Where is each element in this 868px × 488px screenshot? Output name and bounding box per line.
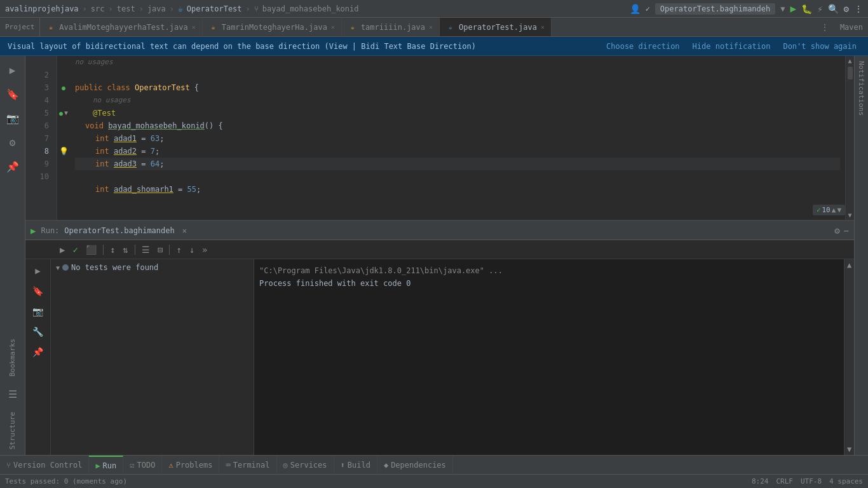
run-config-dropdown[interactable]: ▼ <box>780 4 785 13</box>
settings-button[interactable]: ⚙ <box>844 4 849 14</box>
tab-terminal[interactable]: ⌨ Terminal <box>219 456 276 474</box>
dont-show-again-button[interactable]: Don't show again <box>779 41 860 52</box>
tab-problems[interactable]: ⚠ Problems <box>162 456 219 474</box>
run-scroll-up-btn[interactable]: ▲ <box>846 259 853 271</box>
method-gutter-icon: ● ▼ <box>57 107 70 119</box>
problems-label: Problems <box>176 461 213 470</box>
run-minimize-icon[interactable]: − <box>844 226 849 236</box>
sidebar-settings-icon[interactable]: ⚙ <box>1 131 24 154</box>
maven-tab-button[interactable]: Maven <box>835 18 868 36</box>
tab-close-tamrin[interactable]: ✕ <box>331 24 335 30</box>
run-pin-icon[interactable]: 📌 <box>29 343 47 361</box>
debug-button[interactable]: 🐛 <box>801 4 812 14</box>
scroll-track[interactable] <box>846 65 854 210</box>
status-line-ending[interactable]: CRLF <box>776 477 793 485</box>
notifications-sidebar[interactable]: Notifications <box>854 56 868 455</box>
test-item-notfound[interactable]: ▼ No tests were found <box>53 262 251 273</box>
run-scroll-down-btn[interactable]: ▼ <box>846 444 853 455</box>
tab-java-icon3: ☕ <box>348 23 357 32</box>
status-position[interactable]: 8:24 <box>752 477 769 485</box>
tab-close-avalim[interactable]: ✕ <box>192 24 196 30</box>
hide-notification-button[interactable]: Hide notification <box>689 41 775 52</box>
status-tests-passed: Tests passed: 0 (moments ago) <box>5 477 127 485</box>
toolbar-up-icon[interactable]: ↑ <box>173 243 184 256</box>
scroll-expand-down[interactable]: ▼ <box>837 206 841 214</box>
notifications-label[interactable]: Notifications <box>857 61 865 116</box>
tab-version-control[interactable]: ⑂ Version Control <box>0 456 89 474</box>
run-expand-icon[interactable]: ▶ <box>29 262 47 280</box>
tab-close-operatortest[interactable]: ✕ <box>541 24 545 30</box>
project-name[interactable]: avalinprojehjava <box>5 4 79 13</box>
run-config-name[interactable]: OperatorTest.baghimandeh <box>655 3 775 15</box>
bulb-icon[interactable]: 💡 <box>57 145 70 158</box>
path-test[interactable]: test <box>117 4 135 13</box>
run-bookmark-icon[interactable]: 🔖 <box>29 282 47 300</box>
toolbar-rerun-icon[interactable]: ▶ <box>57 243 67 256</box>
run-settings-icon[interactable]: ⚙ <box>834 226 839 236</box>
toolbar-list-icon[interactable]: ☰ <box>139 243 153 256</box>
toolbar-more-icon[interactable]: » <box>200 243 210 256</box>
tab-avalim[interactable]: ☕ AvalimMoteghayyerhaTest.java ✕ <box>40 18 202 36</box>
tab-label3: tamriiiin.java <box>361 23 425 32</box>
terminal-icon: ⌨ <box>226 461 230 470</box>
more-button[interactable]: ⋮ <box>854 4 863 14</box>
encoding-text: UTF-8 <box>801 477 822 485</box>
scroll-up-button[interactable]: ▲ <box>846 56 854 65</box>
sidebar-camera-icon[interactable]: 📷 <box>1 107 24 130</box>
path-sep1: › <box>83 4 87 13</box>
run-camera-icon[interactable]: 📷 <box>29 302 47 320</box>
path-java[interactable]: java <box>147 4 166 13</box>
tab-services[interactable]: ◎ Services <box>277 456 334 474</box>
sidebar-bookmark-icon[interactable]: 🔖 <box>1 83 24 105</box>
scroll-thumb[interactable] <box>848 67 853 79</box>
status-indent[interactable]: 4 spaces <box>829 477 863 485</box>
tab-dependencies[interactable]: ◆ Dependencies <box>377 456 453 474</box>
sidebar-pin-icon[interactable]: 📌 <box>1 155 24 178</box>
path-sep2: › <box>109 4 113 13</box>
run-panel-scrollbar[interactable]: ▲ ▼ <box>844 259 854 455</box>
run-body: ▶ 🔖 📷 🔧 📌 ▼ No tests were found <box>25 259 854 455</box>
vcs-icon[interactable]: ✓ <box>646 4 650 13</box>
toolbar-filter-icon[interactable]: ⊟ <box>155 243 165 256</box>
toolbar-down-icon[interactable]: ↓ <box>187 243 197 256</box>
sidebar-bottom-icon[interactable]: ☰ <box>1 383 24 405</box>
tab-run[interactable]: ▶ Run <box>89 456 123 474</box>
status-bar: Tests passed: 0 (moments ago) 8:24 CRLF … <box>0 474 868 488</box>
tab-todo[interactable]: ☑ TODO <box>123 456 162 474</box>
editor-scrollbar[interactable]: ▲ ▼ <box>845 56 854 220</box>
bottom-tabs: ⑂ Version Control ▶ Run ☑ TODO ⚠ Problem… <box>0 455 868 474</box>
tab-build[interactable]: ⬆ Build <box>334 456 377 474</box>
editor[interactable]: 2 3 4 5 6 7 8 9 10 ● ● ▼ <box>25 56 854 220</box>
toolbar-check-icon[interactable]: ✓ <box>70 243 80 256</box>
status-encoding[interactable]: UTF-8 <box>801 477 822 485</box>
sidebar-run-icon[interactable]: ▶ <box>1 58 24 81</box>
search-button[interactable]: 🔍 <box>828 4 839 14</box>
toolbar-sort1-icon[interactable]: ↕ <box>107 243 118 256</box>
tab-close-tamriiiin[interactable]: ✕ <box>429 24 433 30</box>
tab-tamrin[interactable]: ☕ TamrinMoteghayerHa.java ✕ <box>203 18 342 36</box>
path-src[interactable]: src <box>91 4 105 13</box>
code-area[interactable]: no usages public class OperatorTest { no… <box>70 56 845 220</box>
code-line-6: int adad1 = 63; <box>75 132 840 145</box>
tab-tamriiiin[interactable]: ☕ tamriiiin.java ✕ <box>342 18 440 36</box>
scroll-down-button[interactable]: ▼ <box>846 210 854 220</box>
run-tab-close-btn[interactable]: ✕ <box>182 226 187 235</box>
coverage-button[interactable]: ⚡ <box>817 4 822 14</box>
structure-label[interactable]: Structure <box>8 407 17 455</box>
run-wrench-icon[interactable]: 🔧 <box>29 323 47 341</box>
run-button[interactable]: ▶ <box>790 3 796 15</box>
scroll-count[interactable]: ✓ 10 ▲ ▼ <box>813 205 845 215</box>
profile-icon[interactable]: 👤 <box>630 4 641 14</box>
scroll-expand-up[interactable]: ▲ <box>832 206 836 214</box>
choose-direction-button[interactable]: Choose direction <box>602 41 684 52</box>
tab-label2: TamrinMoteghayerHa.java <box>222 23 327 32</box>
tabs-more-button[interactable]: ⋮ <box>816 18 834 36</box>
code-line-10: int adad_shomarh1 = 55; <box>75 183 840 196</box>
toolbar-stop-icon[interactable]: ⬛ <box>83 243 99 256</box>
code-line-8: int adad3 = 64; <box>75 158 840 170</box>
tab-operatortest[interactable]: ☕ OperatorTest.java ✕ <box>440 18 552 36</box>
toolbar-sort2-icon[interactable]: ⇅ <box>120 243 130 256</box>
path-sep4: › <box>170 4 174 13</box>
bookmarks-label[interactable]: Bookmarks <box>8 334 17 382</box>
project-panel-tab[interactable]: Project <box>0 18 40 36</box>
